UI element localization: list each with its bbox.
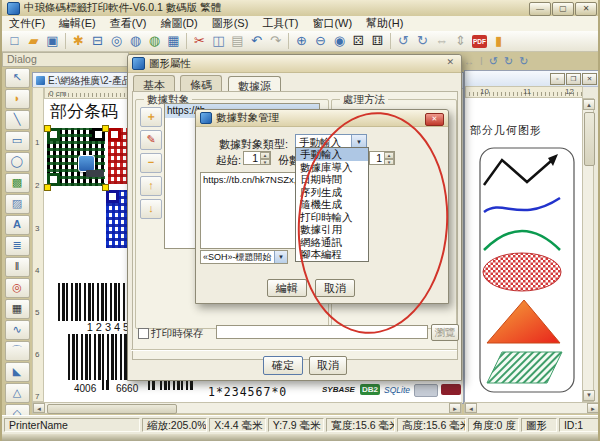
paste-icon[interactable]: ▤ [228, 32, 247, 50]
menu-help[interactable]: 幫助(H) [359, 16, 410, 31]
close-button[interactable]: ✕ [575, 2, 597, 16]
qrcode-tool-icon[interactable]: ▦ [5, 299, 30, 319]
edit-data-object-button[interactable]: ✎ [140, 130, 162, 150]
scrollbar-thumb[interactable] [47, 404, 177, 414]
rotate-ccw-icon[interactable]: ↺ [489, 55, 498, 68]
redo-icon[interactable]: ↷ [266, 32, 285, 50]
save-path-field[interactable] [216, 325, 428, 339]
move-down-button[interactable]: ↓ [140, 199, 162, 219]
print-icon[interactable]: ⊟ [88, 32, 107, 50]
menu-edit[interactable]: 編輯(E) [52, 16, 103, 31]
rounded-rect-tool-icon[interactable]: ▭ [5, 131, 30, 151]
move-up-button[interactable]: ↑ [140, 176, 162, 196]
ok-button[interactable]: 確定 [263, 356, 303, 375]
open-folder-icon[interactable]: ▰ [24, 32, 43, 50]
device-icon[interactable]: ▮ [489, 32, 508, 50]
spin-up-icon[interactable]: ▲ [260, 152, 270, 159]
grid-icon[interactable]: ▦ [164, 32, 183, 50]
dice-two-icon[interactable]: ⚅ [368, 32, 387, 50]
properties-dialog-titlebar[interactable]: 圖形屬性 ✕ [128, 55, 461, 73]
settings-gear-icon[interactable]: ✱ [69, 32, 88, 50]
zoom-in-icon[interactable]: ⊕ [292, 32, 311, 50]
rotate-left-icon[interactable]: ↺ [394, 32, 413, 50]
new-file-icon[interactable]: □ [5, 32, 24, 50]
text-cursor-icon[interactable]: Ι [480, 56, 483, 67]
selection-handle[interactable] [44, 125, 51, 132]
maximize-button[interactable]: ▢ [552, 2, 574, 16]
dice-one-icon[interactable]: ⚄ [349, 32, 368, 50]
vertical-scrollbar[interactable]: ▲ ▼ [582, 98, 594, 402]
zoom-fit-icon[interactable]: ◉ [330, 32, 349, 50]
menu-view[interactable]: 查看(V) [103, 16, 154, 31]
striped-parallelogram[interactable] [487, 352, 562, 383]
select-tool-icon[interactable]: ↖ [5, 68, 30, 88]
zigzag-arrow-line[interactable] [484, 160, 551, 185]
doc-close-button[interactable]: ✕ [582, 73, 597, 85]
menu-shapes[interactable]: 圖形(S) [205, 16, 256, 31]
horizontal-scrollbar-right[interactable]: ◄ ► [464, 402, 600, 414]
curve-tool-icon[interactable]: ∿ [5, 320, 30, 340]
cancel-button[interactable]: 取消 [309, 356, 347, 375]
document-titlebar-right[interactable]: ▫ ❐ ✕ [465, 71, 599, 87]
blue-wave-curve[interactable] [484, 198, 560, 212]
edit-button[interactable]: 編輯 [267, 279, 307, 297]
fill-tool-icon[interactable]: ◗ [5, 89, 30, 109]
rotate-angle-icon[interactable]: ↻ [519, 55, 528, 68]
dialog-close-icon[interactable]: ✕ [446, 57, 454, 67]
rotate-cw-icon[interactable]: ↻ [504, 55, 513, 68]
qrcode-green[interactable] [47, 128, 105, 186]
resize-icon[interactable]: ↔ [464, 56, 474, 67]
barcode-tool-icon[interactable]: ‖ [5, 257, 30, 277]
database-green-icon[interactable]: ◍ [145, 32, 164, 50]
save-on-print-checkbox[interactable] [138, 328, 149, 339]
doc-restore-button[interactable]: ❐ [566, 73, 581, 85]
selection-handle[interactable] [102, 125, 109, 132]
copy-icon[interactable]: ◫ [209, 32, 228, 50]
add-data-object-button[interactable]: ＋ [140, 107, 162, 127]
gradient-triangle[interactable] [487, 300, 560, 343]
undo-icon[interactable]: ↶ [247, 32, 266, 50]
chevron-down-icon[interactable]: ▼ [274, 251, 287, 263]
flip-vertical-icon[interactable]: ⇕ [451, 32, 470, 50]
spin-down-icon[interactable]: ▼ [260, 159, 270, 165]
line-tool-icon[interactable]: ╲ [5, 110, 30, 130]
cut-icon[interactable]: ✂ [190, 32, 209, 50]
image-tool-icon[interactable]: ▨ [5, 194, 30, 214]
start-spinner[interactable]: 1 ▲▼ [243, 151, 271, 165]
checkered-ellipse[interactable] [483, 253, 561, 291]
menu-window[interactable]: 窗口(W) [305, 16, 359, 31]
print-preview-icon[interactable]: ◎ [107, 32, 126, 50]
save-icon[interactable]: ▣ [43, 32, 62, 50]
canvas-heading-right[interactable]: 部分几何图形 [470, 123, 542, 138]
zoom-out-icon[interactable]: ⊖ [311, 32, 330, 50]
horizontal-scrollbar[interactable]: ◄ ► [32, 402, 462, 414]
export-pdf-icon[interactable]: PDF [472, 35, 487, 48]
database-blue-icon[interactable]: ◍ [126, 32, 145, 50]
selection-handle[interactable] [102, 184, 109, 191]
picture-tool-icon[interactable]: ▩ [5, 173, 30, 193]
triangle-tool-icon[interactable]: △ [5, 383, 30, 403]
remove-data-object-button[interactable]: − [140, 153, 162, 173]
geometry-shapes-drawing[interactable] [468, 140, 580, 398]
prefix-combobox[interactable]: «SOH»-標題開始 ▼ [200, 250, 288, 264]
canvas-heading-left[interactable]: 部分条码 [50, 100, 118, 123]
rotate-right-icon[interactable]: ↻ [413, 32, 432, 50]
ellipse-tool-icon[interactable]: ◯ [5, 152, 30, 172]
menu-tools[interactable]: 工具(T) [255, 16, 305, 31]
menu-draw[interactable]: 繪圖(D) [153, 16, 204, 31]
scrollbar-thumb[interactable] [584, 112, 595, 166]
green-arc[interactable] [484, 231, 560, 250]
palette-titlebar[interactable]: Dialog [2, 52, 129, 67]
text-tool-icon[interactable]: A [5, 215, 30, 235]
browse-button[interactable]: 瀏覽 [431, 324, 459, 341]
selection-handle[interactable] [44, 184, 51, 191]
flip-horizontal-icon[interactable]: ⇔ [432, 32, 451, 50]
minimize-button[interactable]: — [529, 2, 551, 16]
menu-file[interactable]: 文件(F) [2, 16, 52, 31]
doc-minimize-button[interactable]: ▫ [550, 73, 565, 85]
polygon-tool-icon[interactable]: ◣ [5, 362, 30, 382]
arc-tool-icon[interactable]: ⌒ [5, 341, 30, 361]
manager-close-button[interactable]: ✕ [425, 113, 444, 126]
richtext-tool-icon[interactable]: ≣ [5, 236, 30, 256]
seal-tool-icon[interactable]: ◎ [5, 278, 30, 298]
